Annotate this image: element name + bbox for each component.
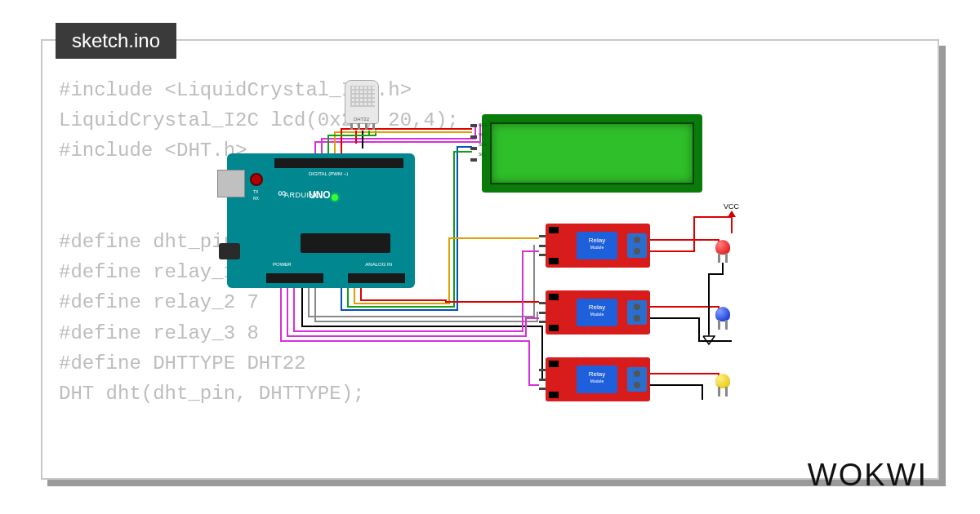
lcd-pin-gnd: GND [479, 122, 488, 127]
power-header [266, 273, 323, 283]
relay-input-pins [539, 235, 546, 256]
relay-led-icon [549, 227, 559, 233]
gnd-icon [702, 331, 715, 346]
tx-label: TX [253, 189, 258, 194]
vcc-symbol: VCC [724, 202, 739, 217]
relay-sub: Module [577, 245, 617, 250]
relay-screw-terminal [627, 233, 647, 258]
lcd-pin-sda: SDA [479, 142, 487, 147]
file-tab[interactable]: sketch.ino [56, 23, 176, 59]
gnd-symbol [702, 331, 715, 346]
relay-led-icon [549, 258, 559, 264]
relay-led-icon [549, 361, 559, 367]
digital-section-label: DIGITAL (PWM ~) [309, 171, 348, 176]
analog-section-label: ANALOG IN [365, 262, 392, 267]
reset-button[interactable] [250, 173, 263, 186]
dht22-sensor[interactable]: DHT22 [345, 80, 379, 124]
relay-module-2[interactable]: Relay Module [546, 290, 650, 335]
relay-name: Relay [589, 304, 605, 311]
relay-module-1[interactable]: Relay Module [546, 224, 650, 268]
relay-sub: Module [577, 379, 617, 383]
usb-port-icon [217, 170, 245, 197]
relay-screw-terminal [627, 300, 647, 325]
relay-sub: Module [577, 312, 617, 317]
relay-led-icon [549, 294, 559, 300]
lcd-i2c-pins [470, 124, 479, 162]
wokwi-logo: WOKWI [808, 458, 928, 493]
dht22-grille [350, 86, 375, 107]
vcc-label: VCC [724, 202, 739, 210]
arduino-model-label: UNO [309, 189, 331, 201]
lcd-pin-scl: SCL [479, 152, 487, 157]
digital-header [274, 158, 403, 168]
dht22-label: DHT22 [354, 117, 369, 122]
lcd-20x4[interactable]: GND VCC SDA SCL [482, 114, 702, 193]
atmega-chip-icon [301, 233, 390, 253]
circuit-canvas[interactable]: DHT22 ∞ ARDUINO UNO DIGITAL (PWM ~) POWE… [212, 57, 931, 465]
relay-led-icon [549, 325, 559, 331]
relay-name: Relay [589, 370, 605, 378]
relay-input-pins [539, 369, 546, 390]
lcd-screen [490, 122, 694, 184]
relay-block: Relay Module [577, 232, 617, 259]
file-tab-label: sketch.ino [72, 29, 160, 51]
led-blue[interactable] [715, 307, 730, 321]
arduino-uno-board[interactable]: ∞ ARDUINO UNO DIGITAL (PWM ~) POWER ANAL… [227, 153, 415, 288]
power-led-icon [332, 194, 338, 201]
analog-header [348, 273, 405, 283]
power-section-label: POWER [273, 262, 292, 267]
led-red[interactable] [715, 240, 730, 255]
relay-block: Relay Module [577, 299, 617, 326]
relay-name: Relay [589, 237, 605, 244]
wokwi-logo-text: WOKWI [808, 458, 928, 492]
relay-module-3[interactable]: Relay Module [546, 357, 650, 401]
lcd-pin-vcc: VCC [479, 132, 488, 137]
relay-input-pins [539, 302, 546, 323]
rx-label: RX [253, 196, 259, 201]
led-yellow[interactable] [715, 374, 730, 388]
relay-screw-terminal [627, 367, 647, 392]
power-jack-icon [219, 243, 240, 259]
relay-led-icon [549, 392, 559, 398]
vcc-arrow-icon [728, 210, 736, 217]
relay-block: Relay Module [577, 366, 617, 393]
dht22-pins [350, 123, 375, 130]
